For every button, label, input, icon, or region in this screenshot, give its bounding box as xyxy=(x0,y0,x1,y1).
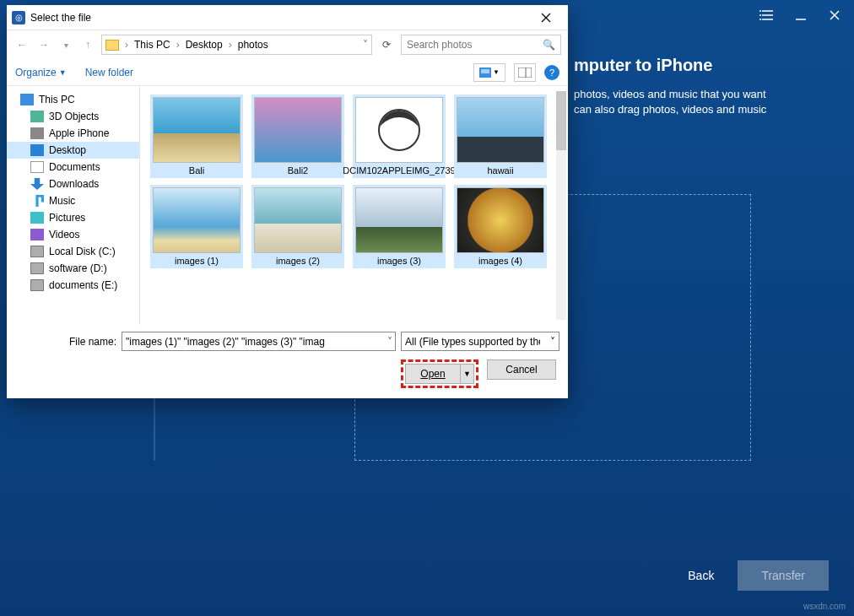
nav-up-icon[interactable]: ↑ xyxy=(79,36,96,53)
thumbnail xyxy=(457,97,544,163)
back-button[interactable]: Back xyxy=(676,560,726,591)
pc-icon xyxy=(20,94,34,105)
thumbnail xyxy=(457,187,544,253)
file-item[interactable]: images (1) xyxy=(150,185,243,268)
file-name: images (3) xyxy=(377,256,421,266)
sidebar-item-label: software (D:) xyxy=(49,262,107,274)
list-icon[interactable] xyxy=(759,8,775,23)
cancel-button[interactable]: Cancel xyxy=(487,359,556,380)
disk-icon xyxy=(30,279,44,291)
refresh-icon[interactable]: ⟳ xyxy=(377,35,396,54)
file-name: Bali2 xyxy=(288,165,308,176)
file-item[interactable]: images (3) xyxy=(353,185,446,268)
file-item[interactable]: DCIM102APPLEIMG_2739 xyxy=(353,95,446,178)
thumbnail xyxy=(355,97,443,163)
watermark: wsxdn.com xyxy=(803,602,846,611)
disk-icon xyxy=(30,246,44,257)
nav-forward-icon[interactable]: → xyxy=(35,36,52,53)
open-button-highlight: Open ▼ xyxy=(401,359,478,388)
file-item[interactable]: images (2) xyxy=(251,185,344,268)
crumb[interactable]: This PC xyxy=(134,39,170,51)
open-dropdown[interactable]: ▼ xyxy=(461,364,474,384)
chevron-right-icon: › xyxy=(226,39,235,51)
phone-icon xyxy=(30,127,44,139)
svg-point-0 xyxy=(759,10,761,12)
sidebar-item-apple-iphone[interactable]: Apple iPhone xyxy=(7,125,139,142)
sidebar-item-music[interactable]: Music xyxy=(7,192,139,209)
svg-point-1 xyxy=(759,14,761,16)
file-item[interactable]: hawaii xyxy=(454,95,547,178)
sidebar-item-label: Documents xyxy=(49,161,100,173)
dialog-title: Select the file xyxy=(30,12,529,24)
chevron-down-icon[interactable]: ˅ xyxy=(363,39,368,51)
sidebar-item-label: Pictures xyxy=(49,212,85,224)
chevron-right-icon: › xyxy=(174,39,182,51)
sidebar-item-label: Videos xyxy=(49,229,79,240)
preview-pane-button[interactable] xyxy=(514,63,536,82)
sidebar-item-documents-e-[interactable]: documents (E:) xyxy=(7,277,139,294)
sidebar-item-label: This PC xyxy=(39,94,75,105)
file-name: Bali xyxy=(189,165,204,176)
sidebar-item-software-d-[interactable]: software (D:) xyxy=(7,260,139,277)
sidebar-item-pictures[interactable]: Pictures xyxy=(7,209,139,226)
file-item[interactable]: images (4) xyxy=(454,185,547,268)
file-type-select[interactable]: All (File types supported by the ˅ xyxy=(401,332,559,351)
sidebar-item-documents[interactable]: Documents xyxy=(7,159,139,176)
help-icon[interactable]: ? xyxy=(544,65,559,80)
minimize-icon[interactable] xyxy=(793,8,808,23)
chevron-down-icon[interactable]: ˅ xyxy=(387,336,392,348)
vid-icon xyxy=(30,229,44,240)
sidebar-item-label: 3D Objects xyxy=(49,111,99,122)
search-icon: 🔍 xyxy=(543,39,555,51)
scrollbar[interactable] xyxy=(556,91,566,320)
transfer-button[interactable]: Transfer xyxy=(738,560,829,591)
file-name: images (2) xyxy=(276,256,320,266)
sidebar-item-3d-objects[interactable]: 3D Objects xyxy=(7,108,139,125)
view-mode-button[interactable]: ▼ xyxy=(473,63,505,82)
file-name: images (1) xyxy=(175,256,219,266)
pic-icon xyxy=(30,212,44,224)
page-title: mputer to iPhone xyxy=(574,56,803,75)
sidebar-item-label: Music xyxy=(49,195,75,207)
svg-rect-4 xyxy=(481,69,489,73)
sidebar-item-desktop[interactable]: Desktop xyxy=(7,142,139,159)
thumbnail xyxy=(153,187,241,253)
crumb[interactable]: photos xyxy=(238,39,268,51)
thumbnail xyxy=(153,97,241,163)
thumbnail xyxy=(254,97,342,163)
file-name: DCIM102APPLEIMG_2739 xyxy=(343,165,455,176)
close-icon[interactable] xyxy=(827,8,842,23)
organize-menu[interactable]: Organize▼ xyxy=(15,67,67,78)
sidebar-item-local-disk-c-[interactable]: Local Disk (C:) xyxy=(7,243,139,260)
sidebar-item-label: Desktop xyxy=(49,144,86,156)
address-bar: ← → ▾ ↑ › This PC › Desktop › photos ˅ ⟳… xyxy=(7,30,568,59)
file-item[interactable]: Bali2 xyxy=(251,95,344,178)
dialog-footer: File name: ˅ All (File types supported b… xyxy=(7,325,568,398)
open-button[interactable]: Open xyxy=(405,364,461,384)
nav-history-icon[interactable]: ▾ xyxy=(57,36,74,53)
app-footer: Back Transfer xyxy=(676,560,829,591)
sidebar-item-label: Apple iPhone xyxy=(49,127,109,139)
search-input[interactable]: 🔍 xyxy=(401,35,561,55)
scroll-thumb[interactable] xyxy=(556,91,566,150)
chevron-right-icon: › xyxy=(122,39,131,51)
sidebar-item-downloads[interactable]: Downloads xyxy=(7,176,139,192)
breadcrumb[interactable]: › This PC › Desktop › photos ˅ xyxy=(101,35,372,55)
chevron-down-icon: ˅ xyxy=(550,336,555,348)
crumb[interactable]: Desktop xyxy=(186,39,223,51)
dialog-close-button[interactable] xyxy=(529,5,563,30)
file-name-field[interactable] xyxy=(126,336,392,348)
new-folder-button[interactable]: New folder xyxy=(85,67,133,78)
nav-back-icon[interactable]: ← xyxy=(14,36,30,53)
file-item[interactable]: Bali xyxy=(150,95,243,178)
file-name-input[interactable]: ˅ xyxy=(122,332,396,351)
music-icon xyxy=(30,195,44,207)
search-field[interactable] xyxy=(407,39,543,51)
sidebar-item-label: Downloads xyxy=(49,178,99,190)
dl-icon xyxy=(30,178,44,190)
sidebar-item-videos[interactable]: Videos xyxy=(7,226,139,243)
obj-icon xyxy=(30,111,44,122)
sidebar-item-this-pc[interactable]: This PC xyxy=(7,91,139,108)
page-subtitle: photos, videos and music that you want c… xyxy=(574,87,803,117)
file-name: hawaii xyxy=(487,165,513,176)
